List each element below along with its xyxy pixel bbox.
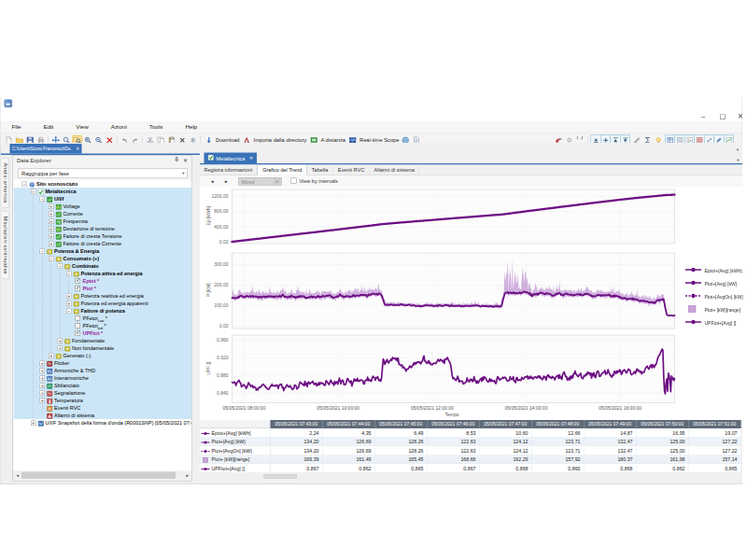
menu-file[interactable]: File: [1, 121, 33, 133]
table-row[interactable]: UPFtot+[Avg] []0,8670,8620,8650,8670,868…: [200, 464, 741, 473]
tree-item-upftot[interactable]: ✓UPFtot *: [14, 329, 192, 337]
maximize-button[interactable]: ▢: [716, 110, 730, 121]
title-bar[interactable]: – ▢ ✕: [1, 97, 742, 121]
minimize-button[interactable]: –: [697, 110, 711, 121]
tree-item-flicker[interactable]: +Flicker: [14, 359, 192, 367]
explorer-horizontal-scrollbar[interactable]: ◄ ►: [14, 471, 192, 480]
tab-overflow-icon[interactable]: ▾: [737, 158, 739, 162]
tree-item-sbilanciato[interactable]: +Sbilanciato: [14, 382, 192, 389]
folder-power-icon: [56, 353, 62, 358]
legend-item[interactable]: Ptot+ [kW][range]: [685, 305, 741, 315]
view-tab-registra-informazioni[interactable]: Registra informazioni: [200, 165, 258, 175]
tree-item-u-i-f[interactable]: −U/I/f: [14, 195, 192, 203]
table-header-time[interactable]: 05/05/2021 07:50:00: [637, 420, 689, 428]
table-header-time[interactable]: 05/05/2021 07:46:00: [428, 420, 480, 428]
side-tab-analisi-armonica[interactable]: Analisi armonica: [2, 158, 9, 208]
y-tick-label: 0,920: [200, 355, 229, 360]
document-tab[interactable]: C:\Users\Scuro Francesco\De... ✕: [10, 144, 82, 154]
table-row[interactable]: Ptot+[AvgOn] [kW]134,20126,69128,26122,6…: [200, 446, 741, 455]
tree-item-label: Potenza attiva ed energia: [81, 271, 143, 276]
tree-item-label: Non fondamentale: [72, 345, 114, 351]
table-header-time[interactable]: 05/05/2021 07:43:00: [271, 420, 323, 428]
folder-power-icon: [74, 301, 79, 306]
group-by-phase-combo[interactable]: Raggruppa per fase ▾: [19, 169, 188, 179]
tree-item-fattore-di-cresta-corrente[interactable]: +Fattore di cresta Corrente: [14, 240, 192, 247]
tree-item-potenza-reattiva-ed-energia[interactable]: +Potenza reattiva ed energia: [14, 292, 192, 300]
tree-item-pfetot[interactable]: PFetotcap *: [14, 315, 192, 322]
close-button[interactable]: ✕: [734, 110, 747, 121]
interval-combo-disabled[interactable]: Mixed ▾: [239, 177, 282, 186]
tree-item-potenza-energia[interactable]: −Potenza & Energia: [14, 247, 192, 255]
view-tab-tabella[interactable]: Tabella: [307, 165, 333, 175]
tree-item-pfetot[interactable]: PFetotind *: [14, 322, 192, 329]
legend-item[interactable]: Ptot+[AvgOn] [kW]: [685, 292, 743, 301]
tree-item-corrente[interactable]: +Corrente: [14, 210, 192, 217]
table-header-time[interactable]: 05/05/2021 07:51:00: [689, 420, 741, 428]
tree-item-ptot[interactable]: ✓Ptot *: [14, 285, 192, 292]
tree-item-voltage[interactable]: +Voltage: [14, 203, 192, 210]
tree-item-interarmoniche[interactable]: +Interarmoniche: [14, 374, 192, 382]
view-tab-allarmi-di-sistema[interactable]: Allarmi di sistema: [370, 165, 420, 175]
tree-item-non-fondamentale[interactable]: +Non fondamentale: [14, 344, 192, 352]
menu-azioni[interactable]: Azioni: [100, 121, 138, 133]
trend-charts-svg[interactable]: [200, 187, 743, 418]
tree-item-consumato[interactable]: −Consumato (+): [14, 255, 192, 262]
trend-chart-area: 0,00400,00800,001200,00Ep [kWh]0,00100,0…: [200, 187, 743, 420]
legend-label: Eptot+[Avg] [kWh]: [705, 268, 742, 273]
table-header-time[interactable]: 05/05/2021 07:49:00: [585, 420, 637, 428]
scroll-right-icon[interactable]: ►: [184, 471, 192, 480]
table-row[interactable]: Ptot+[Avg] [kW]134,20126,69128,26122,631…: [200, 438, 741, 447]
scrollbar-thumb[interactable]: [21, 472, 176, 480]
folder-power-icon: [74, 293, 79, 299]
menu-help[interactable]: Help: [174, 121, 208, 133]
tree-item-potenza-ed-energia-apparenti[interactable]: +Potenza ed energia apparenti: [14, 300, 192, 307]
table-row[interactable]: Ptot+ [kW][range]169,39161,49165,45168,6…: [200, 455, 741, 465]
prev-interval-button[interactable]: ◄: [208, 177, 218, 186]
table-header-time[interactable]: 05/05/2021 07:45:00: [375, 420, 428, 428]
menu-edit[interactable]: Edit: [33, 121, 65, 133]
tree-item-segnalazione[interactable]: +Segnalazione: [14, 389, 192, 397]
data-explorer-header[interactable]: Data Explorer ✕: [13, 156, 191, 166]
menu-tools[interactable]: Tools: [138, 121, 175, 133]
tree-item-fattore-di-potenza[interactable]: −Fattore di potenza: [14, 307, 192, 315]
tree-item-u-i-f-snapshot-della-forma-d-onda-r0001s[interactable]: +U/I/F Snapshot della forma d'onda (R000…: [14, 419, 192, 427]
side-tab-misurazioni-continuative[interactable]: Misurazioni continuative: [2, 211, 9, 279]
menu-view[interactable]: View: [64, 121, 99, 133]
tree-selection-highlight: [14, 404, 192, 412]
view-tab-eventi-rvc[interactable]: Eventi RVC: [333, 165, 370, 175]
scroll-left-icon[interactable]: ◄: [14, 471, 22, 480]
data-explorer-panel: Data Explorer ✕ Raggruppa per fase ▾ −Si…: [13, 155, 192, 482]
table-header-time[interactable]: 05/05/2021 07:48:00: [532, 420, 585, 428]
tab-close-icon[interactable]: ✕: [76, 147, 79, 152]
panel-close-icon[interactable]: ✕: [183, 157, 188, 163]
legend-item[interactable]: Eptot+[Avg] [kWh]: [685, 266, 742, 275]
metaltecnica-tab[interactable]: Metaltecnica ✕: [204, 153, 258, 164]
table-horizontal-scrollbar[interactable]: [264, 475, 297, 479]
tree-item-sito-sconosciuto[interactable]: −Sito sconosciuto: [14, 180, 192, 188]
tree-item-temperatura[interactable]: +Temperatura: [14, 397, 192, 404]
table-header-time[interactable]: 05/05/2021 07:44:00: [323, 420, 375, 428]
tree-item-metaltecnica[interactable]: −Metaltecnica: [14, 188, 192, 195]
tab-close-icon[interactable]: ✕: [249, 156, 253, 161]
tree-expander-collapse-icon[interactable]: −: [22, 181, 28, 187]
tree-item-fattore-di-cresta-tensione[interactable]: +Fattore di cresta Tensione: [14, 232, 192, 240]
tree-item-combinato[interactable]: −Combinato: [14, 262, 192, 270]
tree-item-fondamentale[interactable]: +Fondamentale: [14, 337, 192, 344]
tree-item-deviazione-di-tensione[interactable]: +Deviazione di tensione: [14, 225, 192, 232]
view-tab-grafico-del-trend[interactable]: Grafico del Trend: [258, 165, 307, 175]
tree-item-potenza-attiva-ed-energia[interactable]: −Potenza attiva ed energia: [14, 270, 192, 277]
tree-item-generato[interactable]: +Generato (-): [14, 352, 192, 359]
tree-item-eptot[interactable]: ✓Eptot *: [14, 277, 192, 285]
view-by-intervals-checkbox[interactable]: [291, 178, 297, 184]
tree-item-allarmi-di-sistema[interactable]: Allarmi di sistema: [14, 412, 192, 419]
legend-item[interactable]: UPFtot+[Avg] []: [685, 318, 737, 328]
table-header-time[interactable]: 05/05/2021 07:47:00: [480, 420, 532, 428]
tree-item-frequenza[interactable]: +Frequenza: [14, 217, 192, 225]
table-row[interactable]: Eptot+[Avg] [kWh]2,244,356,498,5310,6012…: [200, 428, 741, 438]
tree-item-armoniche-thd[interactable]: +Armoniche & THD: [14, 367, 192, 374]
tree-guide-line: [78, 314, 78, 333]
next-interval-button[interactable]: ►: [222, 177, 232, 186]
legend-item[interactable]: Ptot+[Avg] [kW]: [685, 279, 738, 288]
tree-item-eventi-rvc[interactable]: Eventi RVC: [14, 404, 192, 412]
pin-icon[interactable]: [175, 157, 180, 164]
